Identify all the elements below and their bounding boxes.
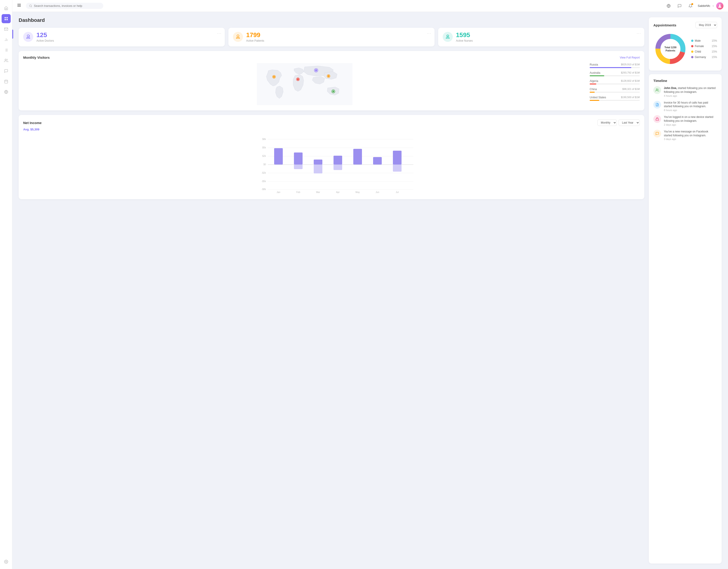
female-label: Female bbox=[695, 45, 704, 48]
country-name-china: China bbox=[590, 88, 597, 91]
search-box[interactable] bbox=[26, 3, 103, 9]
svg-rect-59 bbox=[294, 152, 303, 164]
timeline-items: John Doe, started following you on start… bbox=[653, 86, 717, 140]
country-name-us: United States bbox=[590, 96, 606, 99]
sidebar-item-users[interactable] bbox=[2, 56, 11, 65]
sidebar-item-settings[interactable] bbox=[2, 557, 11, 566]
bar-chart-container: $8k $5k $2k $0 -$2k -$5k -$8k bbox=[23, 135, 640, 194]
donut-area: Total 1230Patients Male 15% bbox=[653, 32, 717, 66]
appointments-title: Appointments bbox=[653, 23, 676, 27]
svg-text:Jan: Jan bbox=[277, 191, 280, 193]
country-us: United States $190,500 of $1M bbox=[590, 96, 640, 101]
sidebar-item-list[interactable] bbox=[2, 45, 11, 55]
timeline-msg-1: Invoice for 30 hours of calls has paid s… bbox=[664, 101, 717, 109]
male-pct: 15% bbox=[712, 39, 717, 42]
svg-point-38 bbox=[297, 78, 299, 80]
legend-child: Child 15% bbox=[691, 50, 717, 53]
country-value-australia: $293,792 of $1M bbox=[621, 71, 640, 74]
svg-rect-2 bbox=[5, 19, 6, 20]
svg-point-42 bbox=[273, 76, 275, 78]
svg-text:Jul: Jul bbox=[396, 191, 399, 193]
sidebar-item-chat[interactable] bbox=[2, 66, 11, 76]
map-card-title: Monthly Visitors bbox=[23, 56, 50, 59]
period-select[interactable]: Monthly Weekly Daily bbox=[597, 119, 617, 126]
nurses-icon bbox=[443, 32, 453, 42]
svg-text:Mar: Mar bbox=[316, 191, 320, 193]
timeline-time-3: 3 days ago bbox=[664, 138, 717, 140]
timeline-text-1: Invoice for 30 hours of calls has paid s… bbox=[664, 101, 717, 112]
svg-text:$5k: $5k bbox=[262, 146, 266, 149]
sidebar-item-globe[interactable] bbox=[2, 87, 11, 96]
view-full-report-link[interactable]: View Full Report bbox=[620, 56, 640, 59]
timeline-text-3: You've a new message on Facebook started… bbox=[664, 130, 717, 141]
globe-icon-btn[interactable] bbox=[665, 2, 672, 10]
appointments-month-select[interactable]: May 2019 bbox=[695, 22, 717, 28]
svg-point-34 bbox=[315, 69, 317, 71]
male-dot bbox=[691, 40, 693, 42]
chat-icon-btn[interactable] bbox=[676, 2, 683, 10]
svg-point-81 bbox=[656, 89, 657, 90]
timeline-item-0: John Doe, started following you on start… bbox=[653, 86, 717, 97]
doctors-label: Active Doctors bbox=[36, 39, 54, 42]
notification-dot bbox=[691, 3, 693, 5]
stat-card-menu-nurses[interactable]: ··· bbox=[637, 31, 641, 35]
stat-card-menu-patients[interactable]: ··· bbox=[427, 31, 431, 35]
timeline-title: Timeline bbox=[653, 79, 717, 83]
female-dot bbox=[691, 45, 693, 47]
content: Dashboard ··· 125 Active Doctors bbox=[12, 12, 728, 569]
sidebar bbox=[0, 0, 12, 569]
chevron-down-icon bbox=[712, 5, 714, 7]
svg-text:May: May bbox=[356, 191, 360, 193]
svg-rect-3 bbox=[6, 19, 8, 20]
sidebar-item-home[interactable] bbox=[2, 4, 11, 13]
svg-rect-62 bbox=[314, 164, 322, 173]
avg-label: Avg. $5,309 bbox=[23, 128, 640, 131]
timeline-icon-2 bbox=[653, 115, 661, 123]
timeline-icon-3 bbox=[653, 130, 661, 137]
svg-text:-$8k: -$8k bbox=[262, 188, 266, 190]
notification-icon-btn[interactable] bbox=[687, 2, 694, 10]
search-icon bbox=[29, 4, 32, 8]
sidebar-item-calendar[interactable] bbox=[2, 77, 11, 86]
income-controls: Monthly Weekly Daily Last Year This Year bbox=[597, 119, 640, 126]
patients-icon bbox=[233, 32, 243, 42]
country-russia: Russia $829,910 of $1M bbox=[590, 63, 640, 68]
nurses-count: 1595 bbox=[456, 32, 473, 38]
legend-male: Male 15% bbox=[691, 39, 717, 42]
sidebar-item-reports[interactable] bbox=[2, 35, 11, 44]
sidebar-item-dashboard[interactable] bbox=[2, 14, 11, 23]
patients-count: 1799 bbox=[246, 32, 264, 38]
search-input[interactable] bbox=[34, 4, 100, 8]
timeline-icon-1 bbox=[653, 101, 661, 109]
svg-text:Feb: Feb bbox=[296, 191, 300, 193]
timeline-msg-2: You've logged in on a new device started… bbox=[664, 115, 717, 123]
stat-cards: ··· 125 Active Doctors ··· bbox=[19, 28, 644, 46]
child-label: Child bbox=[695, 50, 701, 53]
sidebar-item-messages[interactable] bbox=[2, 25, 11, 34]
appointments-card: Appointments May 2019 bbox=[649, 17, 722, 71]
user-name: SabbirMc bbox=[698, 4, 710, 8]
svg-line-25 bbox=[31, 6, 32, 7]
stat-card-menu-doctors[interactable]: ··· bbox=[217, 31, 222, 35]
svg-rect-65 bbox=[353, 149, 362, 164]
avatar bbox=[716, 2, 723, 10]
timeline-card: Timeline John Doe, started following you… bbox=[649, 74, 722, 564]
svg-text:$2k: $2k bbox=[262, 155, 266, 157]
svg-point-40 bbox=[328, 75, 329, 77]
timeline-msg-0: John Doe, started following you on start… bbox=[664, 86, 717, 94]
timeline-time-1: 8 hours ago bbox=[664, 109, 717, 111]
germany-dot bbox=[691, 56, 693, 58]
legend-female: Female 15% bbox=[691, 45, 717, 48]
country-name-australia: Australia bbox=[590, 71, 600, 74]
child-pct: 15% bbox=[712, 50, 717, 53]
year-select[interactable]: Last Year This Year bbox=[619, 119, 640, 126]
country-value-us: $190,500 of $1M bbox=[621, 96, 640, 99]
menu-button[interactable] bbox=[17, 3, 21, 9]
country-value-algeria: $128,602 of $1M bbox=[621, 79, 640, 83]
timeline-text-2: You've logged in on a new device started… bbox=[664, 115, 717, 126]
donut-center-text: Total 1230Patients bbox=[665, 46, 677, 52]
svg-point-36 bbox=[333, 91, 334, 92]
user-info[interactable]: SabbirMc bbox=[698, 2, 723, 10]
child-dot bbox=[691, 50, 693, 53]
svg-rect-0 bbox=[5, 17, 6, 18]
